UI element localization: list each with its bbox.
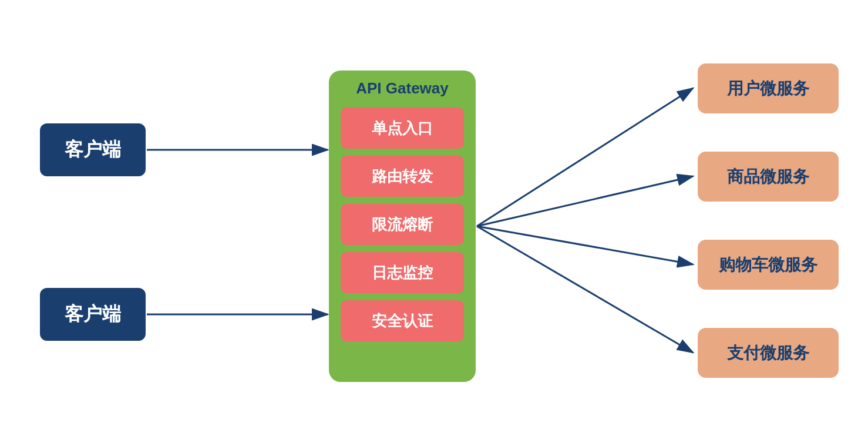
svg-line-4 — [477, 176, 693, 226]
gateway-item-log: 日志监控 — [341, 252, 464, 293]
gateway-item-entry: 单点入口 — [341, 108, 464, 149]
micro-payment-label: 支付微服务 — [727, 342, 809, 364]
micro-cart: 购物车微服务 — [698, 240, 839, 290]
micro-user-label: 用户微服务 — [727, 78, 809, 100]
gateway-container: API Gateway 单点入口 路由转发 限流熔断 日志监控 安全认证 — [329, 71, 476, 382]
micro-user: 用户微服务 — [698, 63, 839, 113]
gateway-item-auth: 安全认证 — [341, 300, 464, 341]
gateway-item-limit: 限流熔断 — [341, 204, 464, 245]
gateway-item-entry-label: 单点入口 — [372, 118, 433, 139]
diagram: 客户端 客户端 API Gateway 单点入口 路由转发 限流熔断 日志监控 … — [0, 0, 868, 436]
client-top: 客户端 — [40, 123, 146, 176]
gateway-item-routing-label: 路由转发 — [372, 166, 433, 187]
micro-product: 商品微服务 — [698, 152, 839, 202]
client-top-label: 客户端 — [65, 137, 121, 163]
micro-cart-label: 购物车微服务 — [719, 254, 817, 276]
micro-payment: 支付微服务 — [698, 328, 839, 378]
gateway-item-limit-label: 限流熔断 — [372, 214, 433, 235]
svg-line-3 — [477, 88, 693, 226]
micro-product-label: 商品微服务 — [727, 166, 809, 188]
gateway-item-log-label: 日志监控 — [372, 263, 433, 283]
gateway-item-routing: 路由转发 — [341, 156, 464, 197]
gateway-title: API Gateway — [356, 79, 449, 98]
client-bottom-label: 客户端 — [65, 301, 121, 327]
svg-line-6 — [477, 226, 693, 353]
client-bottom: 客户端 — [40, 288, 146, 341]
gateway-item-auth-label: 安全认证 — [372, 311, 433, 331]
svg-line-5 — [477, 226, 693, 264]
